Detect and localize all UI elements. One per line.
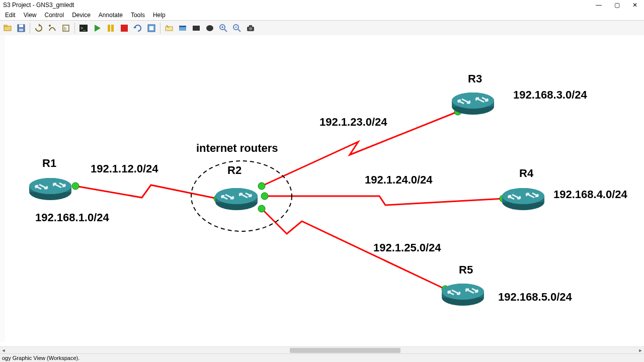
toolbar: b >_ — [0, 20, 644, 36]
svg-rect-31 — [249, 25, 252, 27]
svg-rect-12 — [108, 25, 110, 32]
svg-rect-20 — [179, 26, 186, 27]
svg-rect-14 — [121, 25, 128, 32]
menubar: Edit View Control Device Annotate Tools … — [0, 10, 644, 20]
router-R4[interactable] — [502, 188, 544, 210]
cluster-label: internet routers — [196, 142, 278, 154]
svg-point-32 — [249, 27, 252, 30]
console-icon[interactable]: >_ — [77, 22, 90, 35]
menu-edit[interactable]: Edit — [1, 11, 20, 20]
statusbar: ogy Graphic View (Workspace). — [0, 353, 644, 362]
svg-marker-11 — [95, 25, 101, 32]
reload-all-icon[interactable] — [131, 22, 144, 35]
link-label-R2-R3: 192.1.23.0/24 — [319, 116, 387, 128]
port-status-icon[interactable] — [258, 205, 265, 212]
svg-point-22 — [206, 25, 213, 31]
zoom-in-icon[interactable] — [217, 22, 230, 35]
zoom-out-icon[interactable] — [230, 22, 244, 35]
port-status-icon[interactable] — [258, 183, 265, 190]
scrollbar-thumb[interactable] — [290, 348, 400, 353]
reload-icon[interactable] — [32, 22, 45, 35]
svg-rect-21 — [193, 26, 200, 31]
window-close-button[interactable]: ✕ — [632, 2, 638, 9]
router-label-R5: R5 — [459, 263, 473, 276]
port-status-icon[interactable] — [72, 183, 79, 190]
port-status-icon[interactable] — [261, 193, 268, 200]
svg-rect-3 — [19, 25, 23, 27]
annotate-icon[interactable] — [163, 22, 176, 35]
ellipse-icon[interactable] — [203, 22, 216, 35]
svg-text:>_: >_ — [80, 26, 86, 31]
vpcs-icon[interactable] — [145, 22, 158, 35]
export-icon[interactable]: b — [59, 22, 72, 35]
link-label-R2-R4: 192.1.24.0/24 — [365, 173, 433, 186]
titlebar: S3 Project - GNS3_gmledt — ▢ ✕ — [0, 0, 644, 10]
menu-annotate[interactable]: Annotate — [95, 11, 127, 20]
link-R1-R2[interactable] — [75, 185, 217, 199]
camera-icon[interactable] — [244, 22, 257, 35]
svg-rect-17 — [149, 26, 153, 30]
open-project-icon[interactable] — [1, 22, 14, 35]
topology-svg[interactable]: internet routers192.1.12.0/24192.1.23.0/… — [5, 35, 644, 347]
scroll-right-arrow-icon[interactable]: ► — [637, 347, 644, 354]
router-R5[interactable] — [442, 284, 484, 306]
link-label-R1-R2: 192.1.12.0/24 — [91, 162, 158, 175]
menu-tools[interactable]: Tools — [127, 11, 149, 20]
svg-rect-1 — [4, 25, 7, 27]
stop-icon[interactable] — [118, 22, 131, 35]
menu-view[interactable]: View — [20, 11, 41, 20]
router-R3[interactable] — [452, 93, 494, 115]
window-minimize-button[interactable]: — — [596, 2, 602, 9]
statusbar-text: ogy Graphic View (Workspace). — [2, 355, 79, 361]
pause-icon[interactable] — [104, 22, 117, 35]
network-label-R1: 192.168.1.0/24 — [35, 211, 110, 224]
svg-text:b: b — [64, 26, 66, 31]
rectangle-icon[interactable] — [190, 22, 203, 35]
svg-rect-4 — [19, 29, 23, 31]
network-label-R5: 192.168.5.0/24 — [498, 291, 573, 303]
menu-help[interactable]: Help — [149, 11, 170, 20]
router-label-R2: R2 — [227, 164, 242, 176]
router-label-R3: R3 — [468, 72, 482, 85]
svg-rect-13 — [111, 25, 114, 32]
router-R2[interactable] — [215, 188, 258, 210]
topology-canvas[interactable]: internet routers192.1.12.0/24192.1.23.0/… — [5, 35, 644, 347]
link-label-R2-R5: 192.1.25.0/24 — [373, 241, 441, 254]
save-project-icon[interactable] — [15, 22, 28, 35]
horizontal-scrollbar[interactable]: ◄ ► — [0, 346, 644, 354]
screenshot-icon[interactable] — [176, 22, 189, 35]
router-label-R1: R1 — [42, 157, 56, 169]
link-R2-R4[interactable] — [265, 196, 503, 205]
network-label-R3: 192.168.3.0/24 — [513, 88, 588, 101]
svg-rect-18 — [166, 27, 173, 31]
window-maximize-button[interactable]: ▢ — [614, 2, 620, 9]
router-label-R4: R4 — [519, 167, 534, 179]
svg-point-6 — [49, 25, 51, 27]
window-title: S3 Project - GNS3_gmledt — [1, 2, 74, 9]
network-label-R4: 192.168.4.0/24 — [553, 188, 628, 201]
menu-control[interactable]: Control — [40, 11, 68, 20]
svg-line-24 — [224, 29, 227, 32]
menu-device[interactable]: Device — [68, 11, 95, 20]
start-icon[interactable] — [91, 22, 104, 35]
svg-line-28 — [238, 29, 240, 32]
scroll-left-arrow-icon[interactable]: ◄ — [0, 347, 7, 354]
router-R1[interactable] — [29, 178, 71, 200]
capture-icon[interactable] — [46, 22, 59, 35]
